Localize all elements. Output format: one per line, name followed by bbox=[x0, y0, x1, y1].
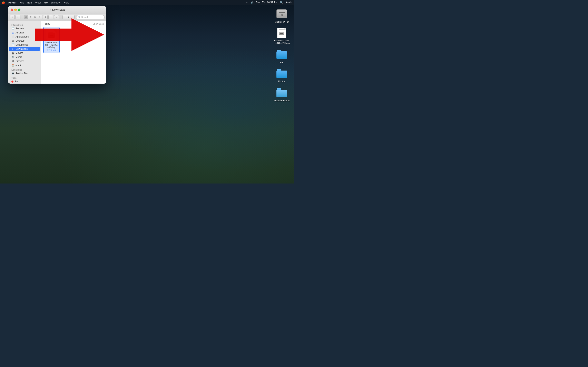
disk-icon-shape bbox=[48, 33, 55, 38]
disk-slot bbox=[50, 35, 53, 35]
sidebar-item-movies[interactable]: 🎬 Movies bbox=[9, 51, 40, 55]
search-placeholder: Search bbox=[81, 16, 88, 18]
desktop-icon-photos[interactable]: Photos bbox=[274, 68, 290, 83]
share-button[interactable]: ↑ bbox=[48, 15, 53, 19]
title-downloads-icon: ⬇ bbox=[49, 8, 51, 11]
desktop-icon-mac[interactable]: Mac bbox=[274, 49, 290, 64]
menubar-window[interactable]: Window bbox=[51, 1, 60, 4]
sidebar-item-pictures[interactable]: 🖼 Pictures bbox=[9, 59, 40, 63]
sidebar-favourites-label: Favourites bbox=[8, 22, 41, 26]
share-icon: ↑ bbox=[51, 16, 52, 18]
toolbar: ‹ › ⊞ ☰ ⊟ ⊡ ⚙ ↑ ○ ▼ 🔍 Search bbox=[8, 13, 106, 21]
column-view-button[interactable]: ⊟ bbox=[33, 15, 37, 19]
relocated-label: Relocated Items bbox=[274, 99, 290, 102]
doc-line-2 bbox=[279, 30, 285, 30]
content-area: Today Show Less BlueStacksInstalle r_4.2… bbox=[41, 21, 106, 83]
music-icon: 🎵 bbox=[11, 56, 14, 58]
menubar-file[interactable]: File bbox=[20, 1, 24, 4]
menubar-help[interactable]: Help bbox=[64, 1, 69, 4]
relocated-folder-shape bbox=[277, 88, 287, 97]
mac-folder-label: Mac bbox=[280, 61, 284, 64]
action-button[interactable]: ⚙ bbox=[43, 15, 48, 19]
tag-button[interactable]: ○ bbox=[54, 15, 59, 19]
mac-folder-icon bbox=[276, 49, 287, 60]
applications-icon: ⬜ bbox=[11, 35, 14, 38]
bluestacks-icon bbox=[276, 27, 287, 39]
menubar-edit[interactable]: Edit bbox=[27, 1, 32, 4]
apple-menu[interactable]: 🍎 bbox=[2, 1, 5, 4]
menubar-left: 🍎 Finder File Edit View Go Window Help bbox=[2, 1, 69, 4]
path-button[interactable]: ▼ bbox=[62, 15, 75, 19]
menubar-battery: 5% bbox=[256, 1, 259, 4]
desktop-icon-relocated[interactable]: Relocated Items bbox=[274, 87, 290, 102]
back-button[interactable]: ‹ bbox=[10, 15, 15, 19]
sidebar-item-music[interactable]: 🎵 Music bbox=[9, 55, 40, 59]
bluestacks-file-size: 617.1 MB bbox=[47, 49, 56, 52]
sidebar-item-recents[interactable]: 🕐 Recents bbox=[9, 26, 40, 31]
back-icon: ‹ bbox=[12, 16, 12, 18]
desktop-icon-bluestacks[interactable]: BlueStacksInstaller_4.210....f735.dmg bbox=[274, 27, 290, 44]
red-tag-label: Red bbox=[15, 80, 19, 83]
menubar-right: ▲ 🔊 5% Thu 10:59 PM 🔍 Admin bbox=[246, 1, 292, 4]
mac-icon: 💻 bbox=[11, 72, 14, 75]
traffic-lights bbox=[11, 8, 20, 11]
airdrop-icon: ◎ bbox=[11, 31, 14, 34]
photos-folder-shape bbox=[277, 69, 287, 78]
admin-icon: 🏠 bbox=[11, 64, 14, 67]
menubar: 🍎 Finder File Edit View Go Window Help ▲… bbox=[0, 0, 294, 5]
list-view-button[interactable]: ☰ bbox=[28, 15, 33, 19]
gallery-view-button[interactable]: ⊡ bbox=[37, 15, 42, 19]
macintosh-hd-icon bbox=[276, 8, 287, 20]
photos-folder-body bbox=[277, 71, 287, 78]
desktop-icons: Macintosh HD BlueStacksInstaller_4.210..… bbox=[274, 8, 290, 102]
desktop-icon-macintosh-hd[interactable]: Macintosh HD bbox=[274, 8, 290, 23]
sidebar-recents-label: Recents bbox=[16, 27, 25, 30]
sidebar-downloads-label: Downloads bbox=[16, 48, 27, 50]
sidebar-item-desktop[interactable]: 🖥 Desktop bbox=[9, 39, 40, 43]
today-section-title: Today bbox=[43, 22, 50, 25]
sidebar-item-admin[interactable]: 🏠 admin bbox=[9, 63, 40, 67]
file-item-bluestacks[interactable]: BlueStacksInstalle r_4.210....446.dmg 61… bbox=[43, 27, 60, 53]
pictures-icon: 🖼 bbox=[11, 60, 14, 63]
doc-line-3 bbox=[279, 31, 285, 31]
sidebar-desktop-label: Desktop bbox=[16, 39, 25, 42]
show-less-button[interactable]: Show Less bbox=[93, 23, 104, 25]
forward-button[interactable]: › bbox=[16, 15, 20, 19]
icon-view-button[interactable]: ⊞ bbox=[24, 15, 29, 19]
maximize-button[interactable] bbox=[18, 8, 20, 11]
doc-lines bbox=[279, 29, 285, 37]
minimize-button[interactable] bbox=[14, 8, 17, 11]
sidebar-item-pratiks-mac[interactable]: 💻 Pratik's Mac... bbox=[9, 71, 40, 75]
relocated-folder-icon bbox=[276, 87, 287, 98]
window-title: ⬇ Downloads bbox=[49, 8, 65, 11]
close-button[interactable] bbox=[11, 8, 13, 11]
finder-window: ⬇ Downloads ‹ › ⊞ ☰ ⊟ ⊡ ⚙ ↑ ○ ▼ bbox=[8, 6, 106, 83]
search-box[interactable]: 🔍 Search bbox=[76, 15, 104, 19]
sidebar-item-downloads[interactable]: ⬇ Downloads bbox=[9, 47, 40, 51]
menubar-time: Thu 10:59 PM bbox=[262, 1, 277, 4]
movies-icon: 🎬 bbox=[11, 52, 14, 54]
sidebar-tag-red[interactable]: Red bbox=[9, 80, 40, 83]
doc-line-1 bbox=[279, 29, 285, 30]
downloads-icon-sidebar: ⬇ bbox=[11, 48, 14, 50]
folder-shape bbox=[277, 50, 287, 59]
sidebar-item-documents[interactable]: 📄 Documents bbox=[9, 43, 40, 47]
sidebar-movies-label: Movies bbox=[16, 52, 23, 54]
sidebar-item-applications[interactable]: ⬜ Applications bbox=[9, 35, 40, 39]
menubar-view[interactable]: View bbox=[35, 1, 41, 4]
recents-icon: 🕐 bbox=[11, 27, 14, 30]
sidebar-pictures-label: Pictures bbox=[16, 60, 24, 63]
sidebar-item-airdrop[interactable]: ◎ AirDrop bbox=[9, 31, 40, 35]
menubar-app-name[interactable]: Finder bbox=[8, 1, 17, 4]
sidebar-airdrop-label: AirDrop bbox=[16, 31, 24, 34]
sidebar-music-label: Music bbox=[16, 56, 22, 58]
bluestacks-file-name: BlueStacksInstalle r_4.210....446.dmg bbox=[44, 42, 58, 49]
menubar-spotlight-icon[interactable]: 🔍 bbox=[280, 1, 283, 4]
menubar-user: Admin bbox=[285, 1, 292, 4]
folder-body bbox=[277, 51, 287, 59]
forward-icon: › bbox=[17, 16, 18, 18]
macintosh-hd-label: Macintosh HD bbox=[275, 20, 289, 23]
sidebar-documents-label: Documents bbox=[16, 43, 28, 46]
sidebar-pratiks-mac-label: Pratik's Mac... bbox=[16, 72, 31, 75]
menubar-go[interactable]: Go bbox=[44, 1, 48, 4]
